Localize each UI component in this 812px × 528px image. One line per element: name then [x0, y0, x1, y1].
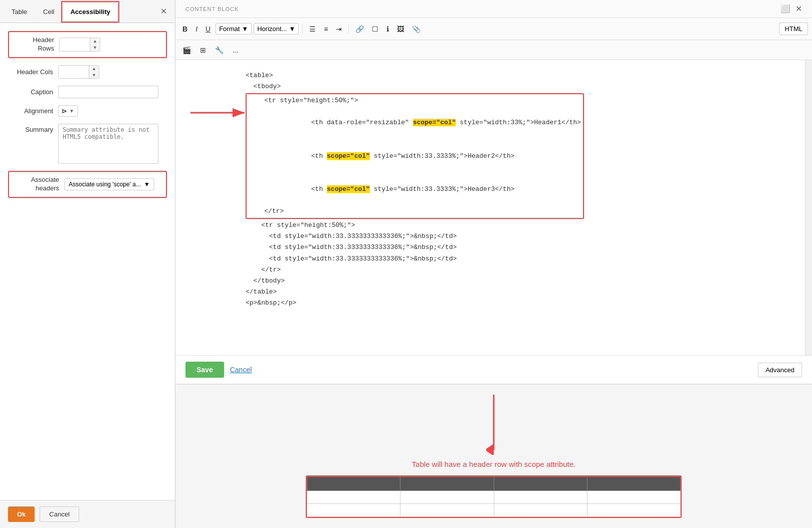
preview-th-1 [307, 477, 400, 491]
paperclip-button[interactable]: 📎 [409, 23, 424, 35]
link-button[interactable]: 🔗 [352, 23, 367, 35]
preview-td-1-1 [307, 491, 400, 504]
spinner-up[interactable]: ▲ [90, 38, 100, 45]
header-cols-down[interactable]: ▼ [89, 72, 99, 79]
ok-button[interactable]: Ok [8, 506, 35, 522]
cancel-button[interactable]: Cancel [40, 506, 79, 522]
preview-td-2-2 [400, 504, 494, 517]
code-line-4: <th data-role="resizable" scope="col" st… [249, 106, 581, 139]
editor-scrollbar[interactable] [805, 60, 812, 355]
code-line-5: <th scope="col" style="width:33.3333%;">… [249, 140, 581, 173]
right-panel: CONTENT BLOCK ⬜ ✕ B I U Format ▼ Horizon… [175, 0, 812, 528]
tab-table[interactable]: Table [4, 3, 35, 21]
save-cancel-button[interactable]: Cancel [230, 366, 252, 374]
code-line-15: <p>&nbsp;</p> [246, 298, 797, 309]
code-line-6-post: style="width:33.3333%;">Header3</th> [370, 185, 515, 193]
maximize-button[interactable]: ⬜ [780, 4, 790, 14]
content-block-header: CONTENT BLOCK ⬜ ✕ [175, 0, 812, 18]
header-rows-label: Header Rows [14, 36, 54, 53]
alignment-label: Alignment [8, 107, 53, 115]
header-rows-input[interactable]: 1 [60, 39, 90, 50]
description-text: Table will have a header row with scope … [190, 460, 797, 468]
bold-button[interactable]: B [179, 23, 190, 35]
underline-button[interactable]: U [202, 23, 214, 35]
left-panel: Table Cell Accessibility ✕ Header Rows 1… [0, 0, 175, 528]
associate-headers-select[interactable]: Associate using 'scope' a... ▼ [64, 178, 154, 190]
image-button[interactable]: 🖼 [394, 23, 407, 35]
table-button[interactable]: ⊞ [197, 44, 209, 56]
box-button[interactable]: ☐ [369, 23, 381, 35]
preview-td-2-3 [494, 504, 587, 517]
summary-row: Summary [8, 124, 167, 164]
preview-td-1-4 [587, 491, 680, 504]
code-line-3: <tr style="height:50%;"> [249, 95, 581, 106]
code-line-5-pre: <th [288, 152, 327, 160]
close-window-button[interactable]: ✕ [795, 4, 802, 14]
code-line-13: </tbody> [246, 276, 797, 287]
format-dropdown[interactable]: Format ▼ [216, 23, 252, 35]
tab-cell[interactable]: Cell [36, 3, 62, 21]
close-button[interactable]: ✕ [156, 5, 171, 18]
italic-button[interactable]: I [192, 23, 200, 35]
plugin-button[interactable]: 🔧 [212, 44, 227, 56]
header-cols-up[interactable]: ▲ [89, 66, 99, 72]
preview-row-2 [307, 504, 681, 517]
caption-row: Caption [8, 86, 167, 98]
editor-area: <table> <tbody> <tr style="height:50%;">… [175, 60, 812, 355]
form-area: Header Rows 1 ▲ ▼ Header Cols 0 ▲ ▼ [0, 23, 175, 500]
list-ordered-button[interactable]: ≡ [321, 23, 331, 35]
preview-thead [307, 477, 681, 491]
code-line-11: <td style="width:33.3333333333336%;">&nb… [246, 253, 797, 265]
horizontal-label: Horizont... [257, 25, 287, 33]
alignment-select[interactable]: ⊳ ▼ [58, 105, 78, 117]
toolbar-row-1: B I U Format ▼ Horizont... ▼ ☰ ≡ ⇥ 🔗 ☐ ℹ… [175, 18, 812, 40]
assoc-select-value: Associate using 'scope' a... [69, 181, 141, 188]
save-button[interactable]: Save [185, 362, 224, 378]
indent-button[interactable]: ⇥ [333, 23, 345, 35]
summary-label: Summary [8, 126, 53, 133]
html-button[interactable]: HTML [779, 23, 808, 35]
content-block-title: CONTENT BLOCK [185, 6, 239, 12]
info-button[interactable]: ℹ [383, 23, 392, 35]
spinner-down[interactable]: ▼ [90, 45, 100, 51]
code-line-4-post: style="width:33%;">Header1</th> [456, 119, 581, 126]
alignment-icon: ⊳ [62, 107, 67, 115]
spinner-buttons: ▲ ▼ [90, 38, 100, 51]
code-line-5-scope: scope="col" [327, 152, 370, 160]
preview-th-2 [400, 477, 494, 491]
advanced-button[interactable]: Advanced [758, 363, 802, 377]
video-button[interactable]: 🎬 [179, 44, 194, 56]
more-button[interactable]: ... [230, 44, 242, 56]
bottom-section: Table will have a header row with scope … [175, 384, 812, 528]
save-bar: Save Cancel Advanced [175, 355, 812, 384]
format-label: Format [219, 25, 240, 33]
code-line-12: </tr> [246, 265, 797, 276]
horizontal-arrow: ▼ [289, 25, 295, 33]
associate-headers-box: Associate headers Associate using 'scope… [8, 171, 167, 198]
arrow-down-container [190, 395, 797, 455]
code-line-10: <td style="width:33.3333333333336%;">&nb… [246, 242, 797, 253]
tab-accessibility[interactable]: Accessibility [63, 3, 118, 21]
code-line-7: </tr> [249, 206, 581, 217]
alignment-row: Alignment ⊳ ▼ [8, 105, 167, 117]
arrow-down-svg [486, 395, 501, 455]
summary-textarea[interactable] [58, 124, 158, 164]
code-line-9: <td style="width:33.3333333333336%;">&nb… [246, 231, 797, 242]
header-cols-input[interactable]: 0 [59, 66, 89, 78]
preview-td-1-3 [494, 491, 587, 504]
header-cols-spinner[interactable]: 0 ▲ ▼ [58, 65, 99, 79]
format-arrow: ▼ [242, 25, 248, 33]
associate-headers-label: Associate headers [14, 176, 59, 193]
list-unordered-button[interactable]: ☰ [306, 23, 319, 35]
preview-header-row [307, 477, 681, 491]
preview-th-4 [587, 477, 680, 491]
preview-td-2-1 [307, 504, 400, 517]
preview-td-1-2 [400, 491, 494, 504]
horizontal-dropdown[interactable]: Horizont... ▼ [254, 23, 299, 35]
header-rows-spinner[interactable]: 1 ▲ ▼ [59, 38, 100, 52]
header-rows-box: Header Rows 1 ▲ ▼ [8, 31, 167, 58]
code-line-8: <tr style="height:50%;"> [246, 220, 797, 231]
code-line-5-post: style="width:33.3333%;">Header2</th> [370, 152, 515, 160]
caption-input[interactable] [58, 86, 158, 98]
caption-label: Caption [8, 88, 53, 96]
